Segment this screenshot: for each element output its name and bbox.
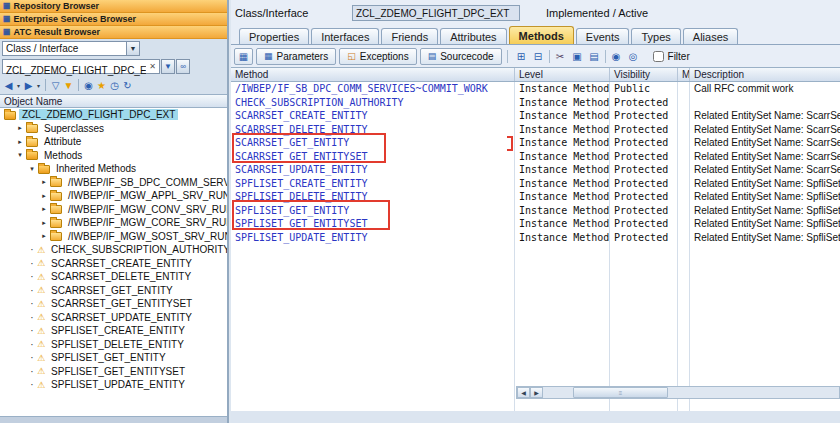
tree-expander-icon[interactable]: ▾ (15, 151, 25, 159)
tree-expander-icon[interactable]: ▸ (39, 178, 49, 186)
tree-item[interactable]: ZCL_ZDEMO_FLIGHT_DPC_EXT (0, 108, 227, 122)
tree-expander-icon[interactable]: ▸ (15, 138, 25, 146)
table-row[interactable]: SPFLISET_DELETE_ENTITYInstance MethodPro… (231, 190, 840, 204)
tree-item[interactable]: ·⚠SCARRSET_CREATE_ENTITY (0, 257, 227, 271)
tree-item[interactable]: ·⚠SCARRSET_DELETE_ENTITY (0, 270, 227, 284)
tree-expander-icon[interactable]: ▾ (27, 165, 37, 173)
table-row[interactable]: SPFLISET_GET_ENTITYInstance MethodProtec… (231, 204, 840, 218)
refresh-icon[interactable]: ↻ (121, 77, 134, 93)
tree-item-label[interactable]: Attribute (41, 136, 84, 147)
forward-menu-icon[interactable]: ▾ (35, 77, 42, 93)
tree-item-label[interactable]: Inherited Methods (53, 163, 139, 174)
history-icon[interactable]: ◷ (108, 77, 121, 93)
tree-item[interactable]: ·⚠SPFLISET_GET_ENTITYSET (0, 365, 227, 379)
tree-item[interactable]: ·⚠SPFLISET_CREATE_ENTITY (0, 324, 227, 338)
display-glasses-icon[interactable]: ∞ (176, 59, 190, 74)
tree-item-label[interactable]: /IWBEP/IF_MGW_CORE_SRV_RUNTIN (65, 217, 227, 228)
tab-aliases[interactable]: Aliases (683, 28, 738, 44)
tree-item-label[interactable]: SPFLISET_GET_ENTITYSET (48, 366, 188, 377)
tree-item-label[interactable]: CHECK_SUBSCRIPTION_AUTHORITY (48, 244, 227, 255)
tree-item[interactable]: ▸/IWBEP/IF_SB_DPC_COMM_SERVICES (0, 176, 227, 190)
tree-item-label[interactable]: /IWBEP/IF_SB_DPC_COMM_SERVICES (65, 177, 227, 188)
favorites-icon[interactable]: ★ (95, 77, 108, 93)
tree-item-label[interactable]: Methods (41, 150, 85, 161)
column-header-3[interactable]: M... (678, 68, 690, 81)
scroll-left-icon[interactable]: ◀ (517, 387, 530, 398)
value-help-dropdown-icon[interactable]: ▼ (161, 59, 175, 74)
tab-events[interactable]: Events (576, 28, 630, 44)
tree-column-header[interactable]: Object Name (0, 94, 227, 108)
parameters-button[interactable]: ▦ Parameters (256, 48, 336, 65)
tree-item[interactable]: ▸Superclasses (0, 122, 227, 136)
sidebar-section-atc-result-browser[interactable]: ▦ ATC Result Browser (0, 26, 227, 39)
paste-icon[interactable]: ▤ (586, 48, 603, 64)
table-row[interactable]: SCARRSET_CREATE_ENTITYInstance MethodPro… (231, 109, 840, 123)
tree-item[interactable]: ·⚠SPFLISET_DELETE_ENTITY (0, 338, 227, 352)
tree-item-label[interactable]: SCARRSET_GET_ENTITYSET (48, 298, 195, 309)
tree-expander-icon[interactable]: ▸ (39, 219, 49, 227)
scrollbar-thumb[interactable]: ≡ (573, 387, 668, 398)
tree-item-label[interactable]: ZCL_ZDEMO_FLIGHT_DPC_EXT (19, 109, 178, 120)
table-row[interactable]: CHECK_SUBSCRIPTION_AUTHORITYInstance Met… (231, 96, 840, 110)
tree-item[interactable]: ·⚠SPFLISET_UPDATE_ENTITY (0, 378, 227, 392)
table-row[interactable]: SCARRSET_DELETE_ENTITYInstance MethodPro… (231, 123, 840, 137)
table-row[interactable]: SCARRSET_UPDATE_ENTITYInstance MethodPro… (231, 163, 840, 177)
sidebar-horizontal-scrollbar[interactable] (0, 416, 227, 423)
tree-expander-icon[interactable]: ▸ (39, 205, 49, 213)
tree-item-label[interactable]: /IWBEP/IF_MGW_SOST_SRV_RUNTIM (65, 231, 227, 242)
class-name-field[interactable] (352, 5, 520, 21)
tree-item-label[interactable]: SCARRSET_CREATE_ENTITY (48, 258, 195, 269)
column-header-4[interactable]: Description (690, 68, 840, 81)
tree-item-label[interactable]: SCARRSET_GET_ENTITY (48, 285, 176, 296)
tree-item[interactable]: ▸/IWBEP/IF_MGW_SOST_SRV_RUNTIM (0, 230, 227, 244)
tab-interfaces[interactable]: Interfaces (311, 28, 379, 44)
tree-expander-icon[interactable]: ▸ (15, 124, 25, 132)
tree-item-label[interactable]: SCARRSET_UPDATE_ENTITY (48, 312, 195, 323)
tree-item[interactable]: ·⚠SCARRSET_GET_ENTITYSET (0, 297, 227, 311)
table-row[interactable]: SPFLISET_GET_ENTITYSETInstance MethodPro… (231, 217, 840, 231)
tree-item[interactable]: ·⚠SCARRSET_UPDATE_ENTITY (0, 311, 227, 325)
column-header-0[interactable]: Method (231, 68, 515, 81)
find-icon[interactable]: ◉ (82, 77, 95, 93)
table-row[interactable]: SPFLISET_UPDATE_ENTITYInstance MethodPro… (231, 231, 840, 245)
tree-item[interactable]: ·⚠SPFLISET_GET_ENTITY (0, 351, 227, 365)
tree-item-label[interactable]: /IWBEP/IF_MGW_CONV_SRV_RUNTIN (65, 204, 227, 215)
forward-icon[interactable]: ▶ (22, 77, 35, 93)
copy-icon[interactable]: ▣ (569, 48, 586, 64)
layout-icon[interactable]: ▦ (234, 48, 253, 65)
exceptions-button[interactable]: ◱ Exceptions (339, 48, 416, 65)
cut-icon[interactable]: ✂ (552, 48, 569, 64)
tree-item-label[interactable]: SCARRSET_DELETE_ENTITY (48, 271, 194, 282)
create-icon[interactable]: ⊞ (513, 48, 530, 64)
table-row[interactable]: SCARRSET_GET_ENTITYInstance MethodProtec… (231, 136, 840, 150)
object-type-select[interactable]: Class / Interface ▼ (2, 41, 140, 56)
table-row[interactable]: /IWBEP/IF_SB_DPC_COMM_SERVICES~COMMIT_WO… (231, 82, 840, 96)
table-row[interactable]: SPFLISET_CREATE_ENTITYInstance MethodPro… (231, 177, 840, 191)
clear-icon[interactable]: ✕ (147, 61, 158, 72)
tree-item[interactable]: ▸/IWBEP/IF_MGW_CONV_SRV_RUNTIN (0, 203, 227, 217)
tree-item[interactable]: ▸/IWBEP/IF_MGW_CORE_SRV_RUNTIN (0, 216, 227, 230)
delete-icon[interactable]: ⊟ (530, 48, 547, 64)
tree-item-label[interactable]: /IWBEP/IF_MGW_APPL_SRV_RUNTIM (65, 190, 227, 201)
tab-types[interactable]: Types (631, 28, 680, 44)
tree-expander-icon[interactable]: ▸ (39, 232, 49, 240)
back-menu-icon[interactable]: ▾ (15, 77, 22, 93)
tree-item-label[interactable]: SPFLISET_GET_ENTITY (48, 352, 168, 363)
tree-item-label[interactable]: Superclasses (41, 123, 107, 134)
back-icon[interactable]: ◀ (2, 77, 15, 93)
find-icon[interactable]: ◉ (608, 48, 625, 64)
scroll-right-icon[interactable]: ▶ (530, 387, 543, 398)
tree-item[interactable]: ▸/IWBEP/IF_MGW_APPL_SRV_RUNTIM (0, 189, 227, 203)
tree-item-label[interactable]: SPFLISET_DELETE_ENTITY (48, 339, 187, 350)
tree-item-label[interactable]: SPFLISET_CREATE_ENTITY (48, 325, 188, 336)
sidebar-section-enterprise-services-browser[interactable]: ▦ Enterprise Services Browser (0, 13, 227, 26)
tab-attributes[interactable]: Attributes (440, 28, 506, 44)
expand-all-icon[interactable]: ▽ (49, 77, 62, 93)
table-row[interactable]: SCARRSET_GET_ENTITYSETInstance MethodPro… (231, 150, 840, 164)
tree-item[interactable]: ▾Inherited Methods (0, 162, 227, 176)
column-header-2[interactable]: Visibility (610, 68, 678, 81)
tree-item[interactable]: ·⚠CHECK_SUBSCRIPTION_AUTHORITY (0, 243, 227, 257)
tree-item[interactable]: ▾Methods (0, 149, 227, 163)
find-next-icon[interactable]: ◎ (625, 48, 642, 64)
table-horizontal-scrollbar[interactable]: ◀ ▶ ≡ (516, 386, 840, 399)
